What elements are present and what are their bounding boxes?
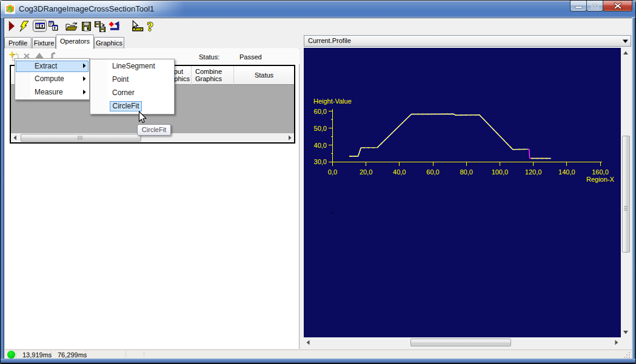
svg-text:80,0: 80,0 <box>460 168 472 176</box>
svg-text:100,0: 100,0 <box>492 168 509 176</box>
svg-text:160,0: 160,0 <box>592 168 609 176</box>
svg-text:Region-X: Region-X <box>586 176 615 183</box>
svg-text:20,0: 20,0 <box>360 168 372 176</box>
svg-text:120,0: 120,0 <box>525 168 542 176</box>
svg-text:40,0: 40,0 <box>314 142 327 149</box>
svg-text:Height-Value: Height-Value <box>313 98 352 105</box>
svg-text:40,0: 40,0 <box>393 168 406 176</box>
svg-text:140,0: 140,0 <box>558 168 575 176</box>
svg-text:50,0: 50,0 <box>314 125 327 132</box>
svg-text:60,0: 60,0 <box>426 168 439 176</box>
svg-text:0,0: 0,0 <box>328 168 337 176</box>
svg-text:60,0: 60,0 <box>314 108 327 115</box>
svg-text:30,0: 30,0 <box>314 158 327 165</box>
svg-text:?: ? <box>147 19 154 34</box>
